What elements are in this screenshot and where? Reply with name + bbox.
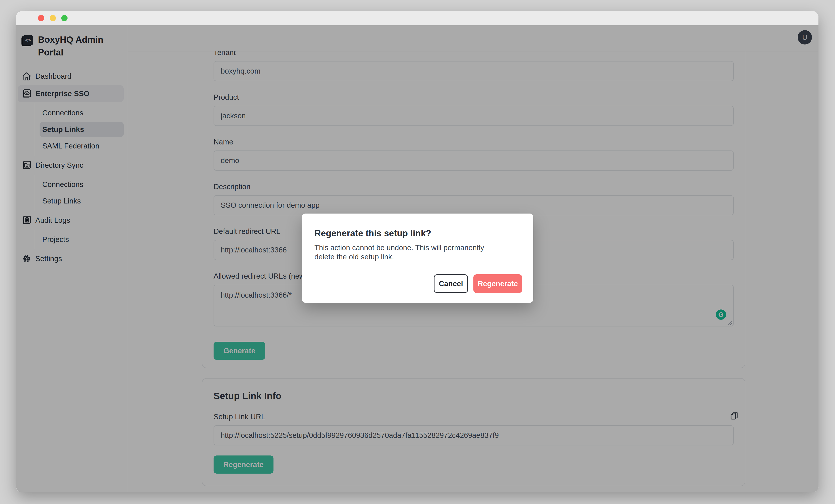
confirm-regenerate-button[interactable]: Regenerate xyxy=(473,274,522,293)
regenerate-confirm-modal: Regenerate this setup link? This action … xyxy=(302,214,533,303)
minimize-window-button[interactable] xyxy=(49,15,56,21)
modal-title: Regenerate this setup link? xyxy=(314,228,522,239)
modal-body-text: This action cannot be undone. This will … xyxy=(314,243,498,261)
desktop: { "brand": { "name": "BoxyHQ Admin Porta… xyxy=(0,0,835,504)
zoom-window-button[interactable] xyxy=(61,15,67,21)
window-titlebar xyxy=(16,11,818,25)
browser-window: </> BoxyHQ Admin Portal Dashboard xyxy=(16,11,818,492)
cancel-button[interactable]: Cancel xyxy=(434,274,468,293)
app-root: </> BoxyHQ Admin Portal Dashboard xyxy=(16,25,818,492)
close-window-button[interactable] xyxy=(38,15,44,21)
modal-actions: Cancel Regenerate xyxy=(434,274,522,293)
